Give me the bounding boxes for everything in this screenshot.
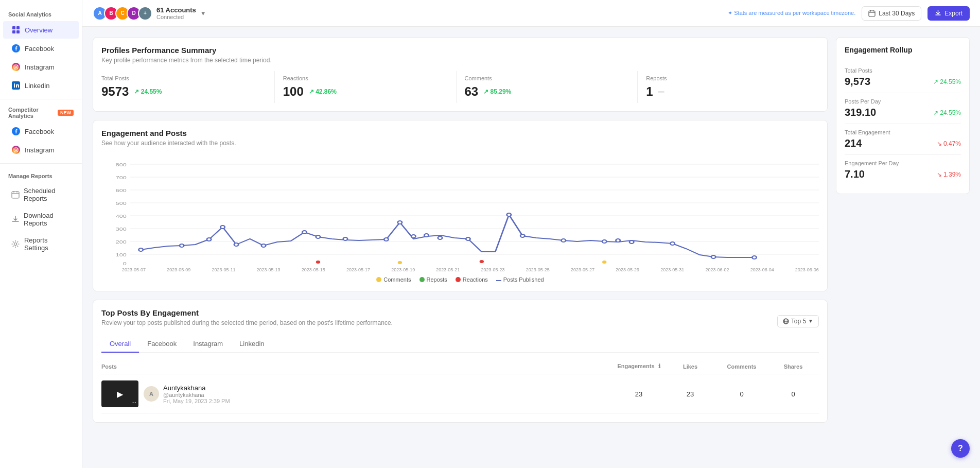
more-icon: ⋯ — [131, 400, 136, 405]
metric-value-reactions: 100 ↗ 42.86% — [283, 84, 448, 99]
svg-point-14 — [17, 148, 18, 149]
svg-point-43 — [207, 238, 211, 241]
sidebar-item-label-reports-settings: Reports Settings — [24, 236, 71, 252]
account-info: 61 Accounts Connected — [156, 6, 196, 20]
top-posts-header: Top Posts By Engagement Review your top … — [101, 308, 819, 334]
post-engagements: 23 — [613, 390, 664, 398]
chevron-icon-top5: ▼ — [808, 318, 813, 324]
svg-point-46 — [261, 244, 266, 247]
manage-section-title: Manage Reports — [0, 168, 82, 182]
sidebar-item-label-instagram: Instagram — [25, 63, 55, 71]
sidebar-app-title: Social Analytics — [0, 6, 82, 21]
metrics-row: Total Posts 9573 ↗ 24.55% Reactions 100 … — [101, 71, 819, 103]
competitor-section-title: Competitor Analytics — [8, 107, 54, 119]
rollup-title: Engagement Rollup — [845, 46, 961, 54]
legend-comments: Comments — [376, 276, 411, 283]
profiles-summary-title: Profiles Performance Summary — [101, 46, 819, 55]
sidebar-item-linkedin[interactable]: Linkedin — [3, 77, 79, 94]
svg-rect-15 — [12, 192, 19, 198]
metric-total-posts: Total Posts 9573 ↗ 24.55% — [101, 71, 275, 103]
rollup-value-posts-per-day: 319.10 — [845, 107, 876, 118]
post-comments: 0 — [716, 390, 767, 398]
rollup-row-total-posts: Total Posts 9,573 ↗ 24.55% — [845, 62, 961, 93]
legend-reposts: Reposts — [419, 276, 447, 283]
posts-table-header: Posts Engagements ℹ Likes Comments Share… — [101, 359, 819, 374]
svg-point-50 — [384, 238, 388, 241]
svg-text:300: 300 — [116, 227, 127, 232]
svg-point-53 — [424, 234, 428, 237]
tab-overall[interactable]: Overall — [101, 336, 139, 353]
svg-point-65 — [316, 261, 320, 264]
new-badge: NEW — [58, 110, 74, 116]
legend-dot-reactions — [456, 277, 461, 282]
col-header-likes: Likes — [664, 363, 716, 370]
sidebar-item-label-scheduled: Scheduled Reports — [24, 187, 71, 202]
post-date: Fri, May 19, 2023 2:39 PM — [163, 398, 230, 404]
rollup-row-posts-per-day: Posts Per Day 319.10 ↗ 24.55% — [845, 93, 961, 124]
sidebar-item-scheduled[interactable]: Scheduled Reports — [3, 183, 79, 206]
account-selector[interactable]: A B C D + 61 Accounts Connected ▼ — [93, 6, 206, 21]
svg-point-62 — [670, 242, 674, 245]
rollup-value-engagement-per-day: 7.10 — [845, 168, 865, 180]
top-posts-title: Top Posts By Engagement — [101, 308, 393, 317]
sidebar-item-overview[interactable]: Overview — [3, 21, 79, 39]
sidebar-item-facebook[interactable]: Facebook — [3, 40, 79, 57]
svg-point-61 — [629, 240, 634, 244]
svg-point-42 — [180, 244, 184, 247]
sidebar: Social Analytics Overview Facebook Insta… — [0, 0, 82, 468]
col-header-engagements: Engagements ℹ — [613, 363, 664, 370]
export-button[interactable]: Export — [927, 6, 970, 21]
download-icon — [11, 215, 20, 224]
top5-label: Top 5 — [791, 318, 806, 325]
svg-point-41 — [138, 248, 143, 251]
svg-text:100: 100 — [116, 252, 127, 257]
metric-change-reactions: ↗ 42.86% — [309, 88, 337, 95]
svg-point-11 — [12, 146, 20, 154]
sidebar-item-reports-settings[interactable]: Reports Settings — [3, 232, 79, 256]
post-content: ▶ ⋯ A Auntykakhana @auntykakhana Fri, Ma… — [101, 380, 613, 407]
svg-text:500: 500 — [116, 201, 127, 206]
top5-button[interactable]: Top 5 ▼ — [777, 315, 819, 327]
top-posts-subtitle: Review your top posts published during t… — [101, 319, 393, 326]
rollup-change-posts-per-day: ↗ 24.55% — [933, 109, 961, 116]
svg-point-47 — [302, 231, 306, 234]
tab-instagram[interactable]: Instagram — [185, 336, 231, 353]
tab-facebook[interactable]: Facebook — [139, 336, 185, 353]
legend-reactions: Reactions — [456, 276, 488, 283]
engagement-title: Engagement and Posts — [101, 129, 819, 137]
top-posts-tabs: Overall Facebook Instagram Linkedin — [101, 336, 819, 353]
account-avatars: A B C D + — [93, 6, 152, 21]
help-button[interactable]: ? — [951, 439, 970, 458]
grid-icon — [11, 25, 21, 34]
engagement-subtitle: See how your audience interacted with th… — [101, 140, 819, 147]
rollup-label-total-posts: Total Posts — [845, 67, 961, 74]
date-range-button[interactable]: Last 30 Days — [862, 6, 921, 21]
tab-linkedin[interactable]: Linkedin — [231, 336, 272, 353]
header-right: ✦ Stats are measured as per workspace ti… — [728, 6, 970, 21]
svg-point-63 — [711, 255, 715, 258]
engagement-svg: 800 700 600 500 400 300 200 100 0 — [101, 154, 819, 267]
svg-point-58 — [562, 239, 566, 242]
post-info: Auntykakhana @auntykakhana Fri, May 19, … — [163, 384, 230, 404]
rollup-label-posts-per-day: Posts Per Day — [845, 98, 961, 105]
sidebar-item-instagram[interactable]: Instagram — [3, 58, 79, 76]
metric-label-reactions: Reactions — [283, 75, 448, 81]
sidebar-item-comp-instagram[interactable]: Instagram — [3, 141, 79, 159]
rollup-row-total-engagement: Total Engagement 214 ↘ 0.47% — [845, 124, 961, 155]
main-area: A B C D + 61 Accounts Connected ▼ ✦ Stat… — [82, 0, 980, 468]
engagement-chart: 800 700 600 500 400 300 200 100 0 — [101, 154, 819, 267]
metric-change-reposts: — — [658, 88, 664, 95]
table-row: ▶ ⋯ A Auntykakhana @auntykakhana Fri, Ma… — [101, 374, 819, 414]
metric-change-comments: ↗ 85.29% — [483, 88, 511, 95]
svg-point-5 — [12, 63, 20, 71]
engagements-info-icon[interactable]: ℹ — [658, 363, 660, 369]
svg-point-59 — [602, 240, 606, 243]
sidebar-item-download[interactable]: Download Reports — [3, 207, 79, 231]
post-likes: 23 — [664, 390, 716, 398]
sidebar-item-comp-facebook[interactable]: Facebook — [3, 123, 79, 140]
svg-point-55 — [466, 237, 470, 240]
rollup-value-total-engagement: 214 — [845, 137, 862, 149]
svg-text:800: 800 — [116, 162, 127, 167]
calendar-icon-header — [868, 10, 876, 17]
metric-comments: Comments 63 ↗ 85.29% — [457, 71, 638, 103]
